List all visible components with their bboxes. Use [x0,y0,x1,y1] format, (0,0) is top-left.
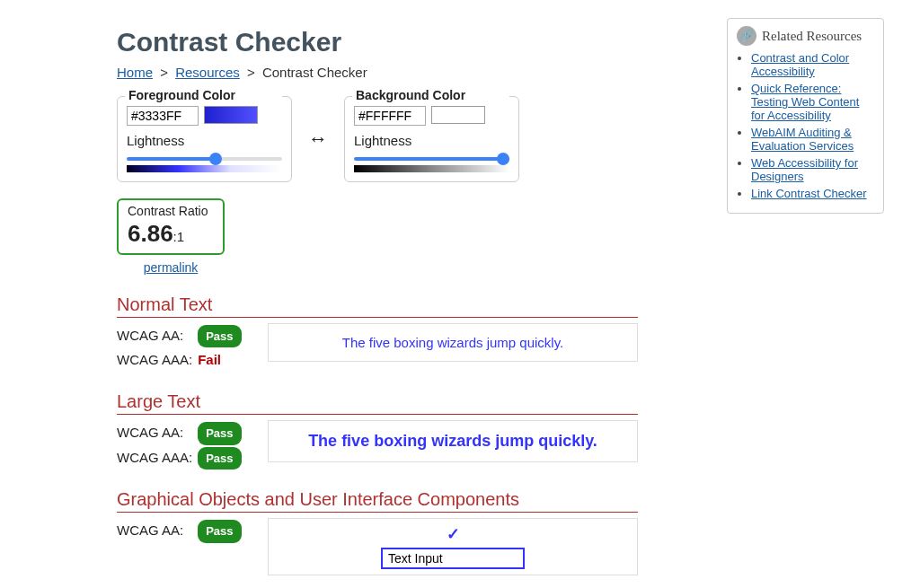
foreground-hex-input[interactable] [127,106,199,126]
related-resources-sidebar: 🔗 Related Resources Contrast and Color A… [727,18,884,214]
foreground-swatch[interactable] [204,106,258,124]
background-swatch[interactable] [431,106,485,124]
fg-gradient-bar [127,165,282,172]
link-icon: 🔗 [737,26,756,46]
normal-aaa-label: WCAG AAA: [117,347,194,372]
background-hex-input[interactable] [354,106,426,126]
foreground-panel: Foreground Color Lightness [117,96,292,182]
normal-aa-label: WCAG AA: [117,323,194,347]
sidebar-link-1[interactable]: Quick Reference: Testing Web Content for… [751,82,859,122]
ui-aa-badge: Pass [198,520,241,542]
large-aa-badge: Pass [198,422,241,444]
large-aa-label: WCAG AA: [117,420,194,444]
contrast-ratio-box: Contrast Ratio 6.86:1 [117,198,225,255]
breadcrumb: Home > Resources > Contrast Checker [117,65,638,80]
bg-lightness-slider[interactable] [354,157,509,161]
breadcrumb-current: Contrast Checker [262,65,367,80]
large-aaa-badge: Pass [198,447,241,470]
swap-colors-button[interactable]: ↔ [308,127,328,151]
fg-lightness-slider[interactable] [127,157,282,161]
normal-sample-box[interactable]: The five boxing wizards jump quickly. [268,323,638,362]
checkmark-icon: ✓ [278,524,628,544]
ratio-title: Contrast Ratio [128,204,216,218]
normal-aaa-result: Fail [198,352,221,367]
demo-text-input[interactable] [381,548,525,569]
breadcrumb-resources[interactable]: Resources [175,65,240,80]
large-sample-text: The five boxing wizards jump quickly. [308,432,597,450]
sidebar-link-2[interactable]: WebAIM Auditing & Evaluation Services [751,126,854,153]
sidebar-link-4[interactable]: Link Contrast Checker [751,187,867,200]
foreground-legend: Foreground Color [125,88,282,102]
ui-aa-label: WCAG AA: [117,518,194,542]
sidebar-link-0[interactable]: Contrast and Color Accessibility [751,51,849,78]
background-legend: Background Color [352,88,509,102]
background-panel: Background Color Lightness [344,96,519,182]
bg-gradient-bar [354,165,509,172]
breadcrumb-home[interactable]: Home [117,65,153,80]
large-sample-box[interactable]: The five boxing wizards jump quickly. [268,420,638,462]
normal-sample-text: The five boxing wizards jump quickly. [342,335,564,350]
ui-heading: Graphical Objects and User Interface Com… [117,489,638,513]
permalink-link[interactable]: permalink [117,260,225,275]
large-text-heading: Large Text [117,391,638,415]
normal-text-heading: Normal Text [117,294,638,318]
normal-aa-badge: Pass [198,325,241,347]
page-title: Contrast Checker [117,27,638,57]
sidebar-link-3[interactable]: Web Accessibility for Designers [751,156,858,183]
ratio-number: 6.86 [128,220,173,247]
ui-sample-box: ✓ [268,518,638,575]
bg-lightness-label: Lightness [354,133,509,148]
large-aaa-label: WCAG AAA: [117,445,194,470]
breadcrumb-sep: > [160,65,168,80]
breadcrumb-sep: > [247,65,255,80]
ratio-suffix: :1 [173,229,185,244]
fg-lightness-label: Lightness [127,133,282,148]
sidebar-title: Related Resources [762,29,862,44]
